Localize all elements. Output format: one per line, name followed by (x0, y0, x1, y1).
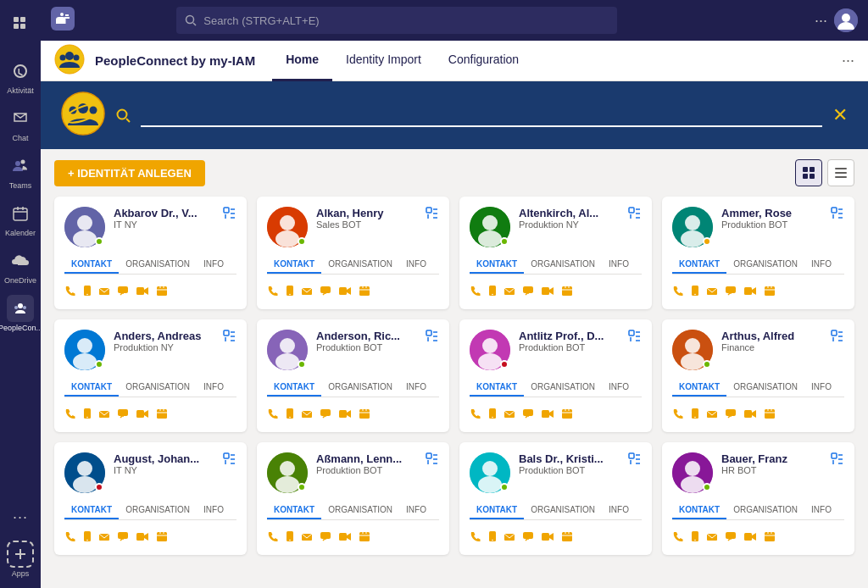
chat-button[interactable] (117, 408, 129, 422)
mobile-button[interactable] (488, 530, 497, 545)
chat-button[interactable] (117, 285, 129, 299)
card-tab-info[interactable]: INFO (804, 502, 838, 519)
list-view-button[interactable] (827, 159, 854, 186)
card-expand-button[interactable] (628, 452, 642, 469)
nav-tab-identity-import[interactable]: Identity Import (332, 41, 435, 81)
video-button[interactable] (136, 408, 149, 422)
mobile-button[interactable] (691, 530, 699, 545)
search-bar[interactable] (176, 7, 617, 34)
video-button[interactable] (136, 530, 149, 545)
card-tab-info[interactable]: INFO (197, 502, 231, 519)
card-tab-organisation[interactable]: ORGANISATION (321, 379, 399, 397)
card-tab-kontakt[interactable]: KONTAKT (64, 379, 119, 397)
card-tab-organisation[interactable]: ORGANISATION (726, 379, 804, 397)
calendar-button[interactable] (156, 285, 168, 299)
create-identity-button[interactable]: + IDENTITÄT ANLEGEN (54, 160, 205, 186)
video-button[interactable] (743, 408, 757, 422)
calendar-button[interactable] (764, 530, 776, 545)
calendar-button[interactable] (561, 530, 573, 545)
calendar-button[interactable] (764, 285, 776, 299)
mobile-button[interactable] (488, 408, 497, 422)
phone-button[interactable] (267, 530, 279, 545)
chat-button[interactable] (320, 285, 331, 299)
sidebar-item-peopleconnect[interactable]: PeopleCon... (0, 291, 42, 336)
card-expand-button[interactable] (831, 452, 844, 469)
card-expand-button[interactable] (223, 207, 236, 224)
card-expand-button[interactable] (831, 330, 844, 347)
sidebar-item-calendar[interactable]: Kalender (5, 197, 36, 241)
phone-button[interactable] (470, 530, 481, 545)
card-tab-organisation[interactable]: ORGANISATION (524, 502, 602, 519)
card-tab-kontakt[interactable]: KONTAKT (267, 256, 321, 274)
phone-button[interactable] (267, 408, 279, 422)
banner-clear-button[interactable]: ✕ (832, 104, 848, 126)
chat-button[interactable] (522, 408, 534, 422)
phone-button[interactable] (64, 408, 76, 422)
search-input[interactable] (203, 14, 609, 27)
card-tab-organisation[interactable]: ORGANISATION (524, 379, 602, 397)
video-button[interactable] (541, 530, 554, 545)
video-button[interactable] (541, 408, 554, 422)
card-tab-organisation[interactable]: ORGANISATION (119, 256, 197, 274)
card-tab-kontakt[interactable]: KONTAKT (672, 379, 726, 397)
card-expand-button[interactable] (223, 452, 236, 469)
sidebar-item-onedrive[interactable]: OneDrive (4, 244, 36, 288)
calendar-button[interactable] (359, 285, 370, 299)
sidebar-item-more[interactable]: ··· (7, 500, 34, 534)
user-avatar[interactable] (834, 8, 858, 32)
card-expand-button[interactable] (426, 330, 439, 347)
video-button[interactable] (136, 285, 149, 299)
calendar-button[interactable] (359, 530, 370, 545)
email-button[interactable] (504, 285, 515, 299)
card-tab-info[interactable]: INFO (197, 379, 231, 397)
card-tab-kontakt[interactable]: KONTAKT (267, 379, 321, 397)
card-expand-button[interactable] (831, 207, 844, 224)
video-button[interactable] (743, 530, 757, 545)
video-button[interactable] (338, 285, 352, 299)
card-tab-info[interactable]: INFO (602, 502, 636, 519)
chat-button[interactable] (725, 408, 737, 422)
card-expand-button[interactable] (223, 330, 236, 347)
card-tab-organisation[interactable]: ORGANISATION (524, 256, 602, 274)
calendar-button[interactable] (156, 530, 168, 545)
video-button[interactable] (541, 285, 554, 299)
email-button[interactable] (301, 530, 313, 545)
phone-button[interactable] (267, 285, 279, 299)
card-tab-kontakt[interactable]: KONTAKT (470, 379, 524, 397)
mobile-button[interactable] (83, 285, 92, 299)
nav-tab-home[interactable]: Home (272, 41, 332, 81)
phone-button[interactable] (470, 285, 481, 299)
mobile-button[interactable] (286, 285, 294, 299)
email-button[interactable] (301, 408, 313, 422)
chat-button[interactable] (320, 408, 331, 422)
card-expand-button[interactable] (628, 207, 642, 224)
card-tab-info[interactable]: INFO (602, 256, 636, 274)
card-expand-button[interactable] (628, 330, 642, 347)
card-tab-info[interactable]: INFO (399, 379, 433, 397)
card-tab-info[interactable]: INFO (804, 379, 838, 397)
calendar-button[interactable] (764, 408, 776, 422)
email-button[interactable] (301, 285, 313, 299)
sidebar-item-add-apps[interactable]: Apps (7, 537, 34, 581)
card-tab-info[interactable]: INFO (399, 502, 433, 519)
card-tab-organisation[interactable]: ORGANISATION (726, 502, 804, 519)
video-button[interactable] (338, 408, 352, 422)
card-tab-info[interactable]: INFO (602, 379, 636, 397)
grid-view-button[interactable] (795, 159, 822, 186)
email-button[interactable] (706, 285, 718, 299)
card-tab-kontakt[interactable]: KONTAKT (64, 502, 119, 519)
card-tab-organisation[interactable]: ORGANISATION (321, 502, 399, 519)
card-expand-button[interactable] (426, 452, 439, 469)
chat-button[interactable] (725, 285, 737, 299)
email-button[interactable] (98, 408, 110, 422)
sidebar-item-teams[interactable]: Teams (7, 149, 34, 193)
sidebar-item-chat[interactable]: Chat (7, 102, 34, 146)
card-tab-kontakt[interactable]: KONTAKT (672, 502, 726, 519)
mobile-button[interactable] (286, 408, 294, 422)
phone-button[interactable] (470, 408, 481, 422)
chat-button[interactable] (725, 530, 737, 545)
card-tab-kontakt[interactable]: KONTAKT (470, 256, 524, 274)
mobile-button[interactable] (83, 530, 92, 545)
chat-button[interactable] (522, 285, 534, 299)
email-button[interactable] (504, 530, 515, 545)
